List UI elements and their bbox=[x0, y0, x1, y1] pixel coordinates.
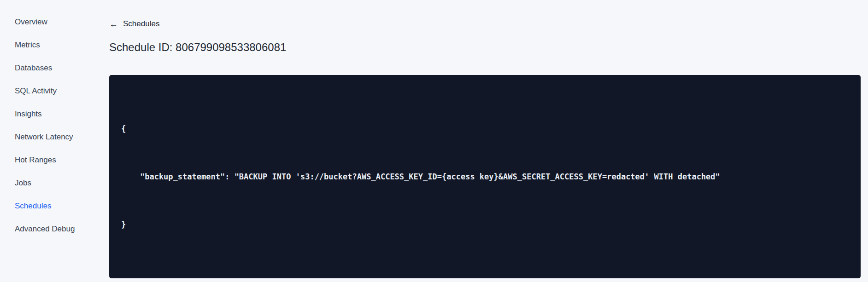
sidebar-item[interactable]: Overview bbox=[15, 11, 94, 34]
sidebar-item-label: Insights bbox=[15, 109, 42, 119]
page-title: Schedule ID: 806799098533806081 bbox=[109, 40, 861, 54]
back-to-schedules-link[interactable]: ← Schedules bbox=[109, 18, 159, 29]
code-line: "backup_statement": "BACKUP INTO 's3://b… bbox=[121, 171, 849, 183]
main-content: ← Schedules Schedule ID: 806799098533806… bbox=[94, 0, 868, 282]
sidebar-item[interactable]: Insights bbox=[15, 103, 94, 126]
sidebar-item-label: Overview bbox=[15, 17, 47, 27]
sidebar-item[interactable]: Databases bbox=[15, 57, 94, 80]
sidebar-item[interactable]: Schedules bbox=[15, 195, 94, 218]
sidebar-item-label: Hot Ranges bbox=[15, 155, 56, 165]
code-line: } bbox=[121, 219, 849, 230]
left-arrow-icon: ← bbox=[109, 20, 118, 29]
sidebar-item-label: Metrics bbox=[15, 40, 40, 50]
sidebar-item-label: Network Latency bbox=[15, 132, 73, 142]
sidebar-item[interactable]: Hot Ranges bbox=[15, 149, 94, 172]
sidebar-item-label: Schedules bbox=[15, 201, 51, 211]
sidebar-item-label: Jobs bbox=[15, 178, 31, 188]
code-line: { bbox=[121, 123, 849, 135]
sidebar-item[interactable]: Advanced Debug bbox=[15, 218, 94, 241]
sidebar-item-label: SQL Activity bbox=[15, 86, 57, 96]
back-link-label: Schedules bbox=[123, 19, 159, 29]
sidebar-item[interactable]: Jobs bbox=[15, 172, 94, 195]
sidebar-item[interactable]: SQL Activity bbox=[15, 80, 94, 103]
sidebar-item-label: Databases bbox=[15, 63, 52, 73]
sidebar-nav: Overview Metrics Databases SQL Activity … bbox=[0, 0, 94, 282]
sidebar-item[interactable]: Metrics bbox=[15, 34, 94, 57]
sidebar-item-label: Advanced Debug bbox=[15, 224, 75, 234]
app-root: Overview Metrics Databases SQL Activity … bbox=[0, 0, 868, 282]
backup-statement-code-block: { "backup_statement": "BACKUP INTO 's3:/… bbox=[109, 75, 861, 278]
sidebar-item[interactable]: Network Latency bbox=[15, 126, 94, 149]
